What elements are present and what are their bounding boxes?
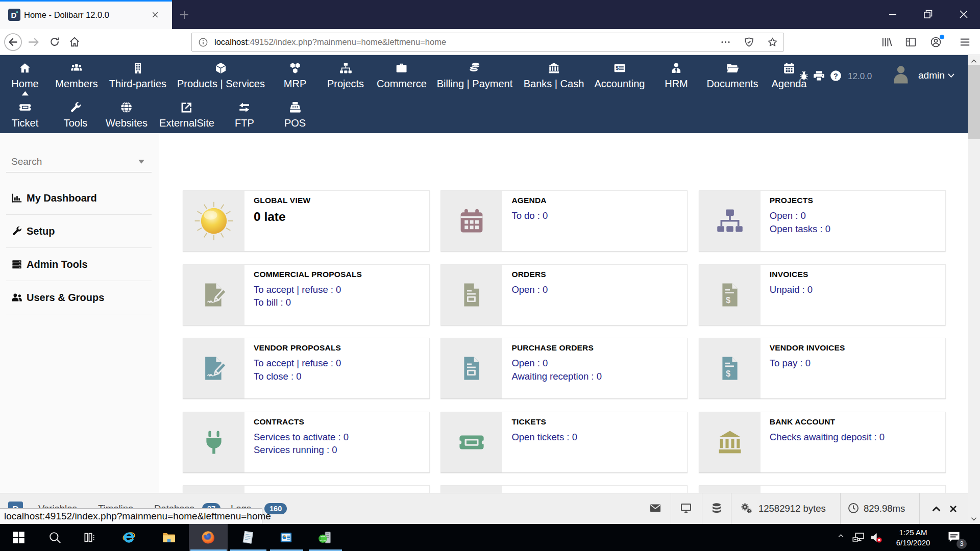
forward-button[interactable]	[28, 36, 40, 48]
sidebar-item-admin-tools[interactable]: Admin Tools	[11, 256, 88, 272]
tray-date: 6/19/2020	[892, 538, 934, 548]
card-stat-line[interactable]: Services to activate : 0	[254, 431, 425, 444]
menu-item-ftp[interactable]: FTP	[235, 101, 254, 129]
taskbar-firefox-icon[interactable]	[201, 531, 215, 544]
card-stat-line[interactable]: Unpaid : 0	[770, 283, 941, 296]
card-stat-line[interactable]: Open tasks : 0	[770, 222, 941, 236]
mail-icon[interactable]	[649, 502, 662, 514]
tray-volume-muted-icon[interactable]	[869, 531, 883, 544]
menu-item-externalsite[interactable]: ExternalSite	[159, 101, 214, 129]
taskbar-explorer-icon[interactable]	[162, 531, 176, 544]
tray-chevron-up-icon[interactable]	[837, 532, 845, 540]
card-invoices[interactable]: $INVOICESUnpaid : 0	[699, 264, 946, 325]
menu-item-ticket[interactable]: Ticket	[12, 101, 39, 129]
debugbar-close-icon[interactable]	[948, 504, 958, 514]
browser-tab[interactable]: D Home - Dolibarr 12.0.0	[0, 0, 172, 29]
taskbar-notepad-icon[interactable]	[241, 531, 255, 544]
window-close-button[interactable]	[956, 7, 971, 22]
taskbar-search-button[interactable]	[48, 531, 62, 544]
card-title: PURCHASE ORDERS	[511, 343, 683, 353]
tray-clock[interactable]: 1:25 AM 6/19/2020	[892, 528, 934, 548]
menu-item-tools[interactable]: Tools	[64, 101, 88, 129]
url-bar[interactable]: localhost:49152/index.php?mainmenu=home&…	[191, 33, 784, 52]
card-stat-line[interactable]: To close : 0	[254, 370, 425, 383]
card-stat-line[interactable]: Open : 0	[511, 283, 683, 296]
menu-item-products-services[interactable]: Products | Services	[177, 62, 265, 90]
card-stat-line[interactable]: Open : 0	[770, 209, 941, 222]
card-agenda[interactable]: AGENDATo do : 0	[440, 190, 688, 252]
menu-hamburger-icon[interactable]	[959, 36, 971, 48]
search-caret-down-icon[interactable]	[138, 159, 145, 164]
sitemap-icon	[339, 62, 352, 74]
card-vendor-invoices[interactable]: $VENDOR INVOICESTo pay : 0	[699, 338, 946, 399]
browser-tab-bar: D Home - Dolibarr 12.0.0	[0, 0, 980, 29]
card-stat-line[interactable]: To accept | refuse : 0	[254, 357, 425, 370]
menu-item-banks-cash[interactable]: Banks | Cash	[524, 62, 584, 90]
database-icon[interactable]	[710, 502, 723, 514]
card-stat-line[interactable]: To do : 0	[511, 209, 683, 222]
taskbar-server-icon[interactable]	[318, 531, 332, 544]
sidebar-item-my-dashboard[interactable]: My Dashboard	[11, 190, 97, 206]
menu-item-third-parties[interactable]: Third-parties	[109, 62, 166, 90]
card-stat-line[interactable]: Open : 0	[511, 357, 683, 370]
menu-item-documents[interactable]: Documents	[706, 62, 758, 90]
menu-item-home[interactable]: Home	[11, 62, 38, 96]
menu-item-members[interactable]: Members	[55, 62, 97, 90]
card-commercial-proposals[interactable]: COMMERCIAL PROPOSALSTo accept | refuse :…	[183, 264, 430, 325]
page-actions-icon[interactable]	[720, 37, 731, 47]
site-info-icon[interactable]	[198, 37, 208, 47]
card-stat-line[interactable]: Services running : 0	[254, 443, 425, 457]
card-contracts[interactable]: CONTRACTSServices to activate : 0Service…	[183, 412, 430, 473]
taskbar-start-button[interactable]	[12, 531, 26, 544]
debugbar-collapse-icon[interactable]	[931, 504, 942, 514]
taskbar-taskview-button[interactable]	[83, 531, 97, 544]
pocket-shield-icon[interactable]	[744, 37, 754, 47]
tray-network-icon[interactable]	[852, 531, 866, 544]
user-menu-label[interactable]: admin	[918, 70, 945, 81]
window-minimize-button[interactable]	[885, 7, 900, 22]
menu-item-mrp[interactable]: MRP	[284, 62, 306, 90]
reload-button[interactable]	[49, 36, 60, 47]
menu-item-commerce[interactable]: Commerce	[377, 62, 427, 90]
card-stat-line[interactable]: To pay : 0	[770, 357, 941, 370]
menu-item-hrm[interactable]: HRM	[665, 62, 688, 90]
scroll-down-arrow[interactable]	[970, 515, 978, 522]
card-stat-line[interactable]: Awaiting reception : 0	[511, 370, 683, 383]
help-icon[interactable]: ?	[830, 70, 842, 82]
menu-item-pos[interactable]: POS	[284, 101, 306, 129]
taskbar-presentation-icon[interactable]	[279, 531, 293, 544]
card-purchase-orders[interactable]: PURCHASE ORDERSOpen : 0Awaiting receptio…	[440, 338, 688, 399]
card-stat-line[interactable]: To accept | refuse : 0	[254, 283, 425, 296]
menu-item-accounting[interactable]: $Accounting	[595, 62, 645, 90]
taskbar-ie-icon[interactable]	[122, 531, 136, 544]
card-bank-account[interactable]: BANK ACCOUNTChecks awaiting deposit : 0	[699, 412, 946, 473]
card-vendor-proposals[interactable]: VENDOR PROPOSALSTo accept | refuse : 0To…	[183, 338, 430, 399]
card-tickets[interactable]: TICKETSOpen tickets : 0	[440, 412, 688, 473]
library-icon[interactable]	[881, 36, 893, 48]
window-restore-button[interactable]	[920, 7, 936, 22]
menu-item-websites[interactable]: Websites	[106, 101, 148, 129]
sidebar-item-users-groups[interactable]: Users & Groups	[11, 289, 104, 306]
bug-report-icon[interactable]	[798, 70, 810, 81]
bookmark-star-icon[interactable]	[767, 37, 778, 47]
sidebar-item-setup[interactable]: Setup	[11, 223, 55, 239]
card-stat-line[interactable]: Open tickets : 0	[511, 431, 683, 444]
menu-item-billing-payment[interactable]: Billing | Payment	[437, 62, 513, 90]
tab-close-icon[interactable]	[151, 11, 159, 19]
card-global-view[interactable]: GLOBAL VIEW0 late	[183, 190, 430, 252]
back-button[interactable]	[4, 33, 22, 51]
home-button[interactable]	[69, 36, 80, 47]
user-avatar[interactable]	[892, 63, 910, 84]
scroll-up-arrow[interactable]	[970, 58, 978, 65]
card-orders[interactable]: ORDERSOpen : 0	[440, 264, 688, 325]
sidebars-icon[interactable]	[905, 36, 917, 48]
monitor-icon[interactable]	[680, 502, 692, 514]
new-tab-button[interactable]	[178, 9, 190, 21]
card-stat-line[interactable]: Checks awaiting deposit : 0	[770, 431, 941, 444]
card-stat-line[interactable]: To bill : 0	[254, 296, 425, 309]
card-projects[interactable]: PROJECTSOpen : 0Open tasks : 0	[699, 190, 946, 252]
print-icon[interactable]	[813, 70, 825, 82]
menu-item-projects[interactable]: Projects	[327, 62, 364, 90]
scrollbar-thumb[interactable]	[968, 65, 980, 139]
search-select[interactable]: Search	[11, 156, 42, 167]
